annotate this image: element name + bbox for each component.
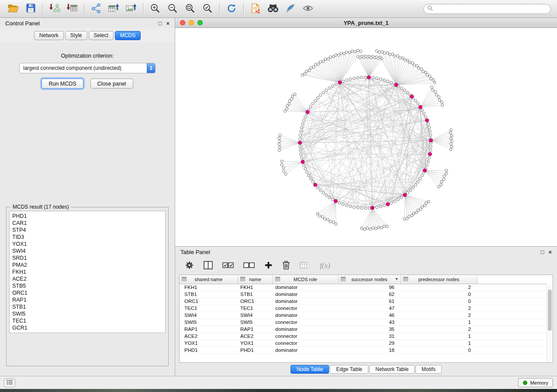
- network-view[interactable]: [175, 28, 557, 246]
- maximize-window-button[interactable]: [197, 20, 203, 25]
- cell-successor-nodes[interactable]: 18: [338, 347, 401, 354]
- float-table-panel-button[interactable]: □: [541, 249, 544, 255]
- cell-predecessor-nodes[interactable]: 0: [401, 291, 477, 298]
- cell-shared-name[interactable]: PHD1: [180, 347, 238, 354]
- cell-mcds-role[interactable]: dominator: [273, 312, 338, 319]
- cell-mcds-role[interactable]: connector: [273, 319, 338, 326]
- save-session-button[interactable]: [22, 2, 39, 16]
- cell-predecessor-nodes[interactable]: 0: [401, 298, 477, 305]
- close-panel-button[interactable]: ×: [166, 21, 170, 26]
- cell-name[interactable]: STB1: [238, 291, 273, 298]
- mcds-result-item[interactable]: TID3: [12, 234, 163, 241]
- mcds-result-item[interactable]: SRD1: [12, 254, 163, 261]
- mcds-result-item[interactable]: PHD1: [12, 213, 163, 220]
- cell-name[interactable]: YOX1: [238, 340, 273, 347]
- cell-mcds-role[interactable]: connector: [273, 305, 338, 312]
- cell-mcds-role[interactable]: dominator: [273, 291, 338, 298]
- cell-successor-nodes[interactable]: 46: [338, 312, 401, 319]
- cell-shared-name[interactable]: YOX1: [180, 340, 238, 347]
- hide-selected-button[interactable]: [282, 2, 299, 16]
- cell-successor-nodes[interactable]: 96: [338, 284, 401, 291]
- task-history-button[interactable]: [4, 378, 15, 387]
- mcds-result-item[interactable]: CAR1: [12, 220, 163, 227]
- tab-network-table[interactable]: Network Table: [369, 365, 415, 374]
- tab-style[interactable]: Style: [65, 31, 87, 40]
- mcds-result-item[interactable]: STP4: [12, 227, 163, 234]
- search-input[interactable]: [435, 6, 547, 12]
- table-row[interactable]: TEC1TEC1connector472: [180, 305, 553, 312]
- cell-shared-name[interactable]: RAP1: [180, 326, 238, 333]
- run-mcds-button[interactable]: Run MCDS: [42, 79, 83, 89]
- minimize-window-button[interactable]: [189, 20, 194, 25]
- cell-mcds-role[interactable]: dominator: [273, 326, 338, 333]
- close-panel-action-button[interactable]: Close panel: [90, 79, 133, 89]
- mcds-result-item[interactable]: STB5: [12, 282, 163, 289]
- cell-mcds-role[interactable]: dominator: [273, 284, 338, 291]
- column-header-predecessor-nodes[interactable]: predecessor nodes: [401, 275, 477, 284]
- show-columns-button[interactable]: [204, 261, 213, 271]
- criterion-dropdown[interactable]: largest connected component (undirected): [19, 63, 156, 73]
- float-panel-button[interactable]: □: [159, 21, 162, 26]
- cell-successor-nodes[interactable]: 62: [338, 291, 401, 298]
- add-column-button[interactable]: [264, 261, 273, 271]
- zoom-out-button[interactable]: [164, 2, 181, 16]
- cell-name[interactable]: FKH1: [238, 284, 273, 291]
- cell-mcds-role[interactable]: dominator: [273, 298, 338, 305]
- mcds-result-list[interactable]: PHD1CAR1STP4TID3YOX1SWI4SRD1PMA2FKH1ACE2…: [9, 211, 166, 333]
- cell-name[interactable]: ACE2: [238, 333, 273, 340]
- table-row[interactable]: PHD1PHD1dominator180: [180, 347, 553, 354]
- cell-shared-name[interactable]: SWI4: [180, 312, 238, 319]
- zoom-selected-button[interactable]: [199, 2, 216, 16]
- cell-predecessor-nodes[interactable]: 2: [401, 305, 477, 312]
- table-row[interactable]: ACE2ACE2connector311: [180, 333, 553, 340]
- table-row[interactable]: ORC1ORC1dominator610: [180, 298, 553, 305]
- cell-successor-nodes[interactable]: 47: [338, 305, 401, 312]
- table-row[interactable]: YOX1YOX1connector291: [180, 340, 553, 347]
- table-scrollbar[interactable]: [547, 284, 552, 362]
- cell-shared-name[interactable]: FKH1: [180, 284, 238, 291]
- cell-shared-name[interactable]: ORC1: [180, 298, 238, 305]
- cell-mcds-role[interactable]: dominator: [273, 347, 338, 354]
- mcds-result-item[interactable]: TEC1: [12, 317, 163, 324]
- cell-shared-name[interactable]: STB1: [180, 291, 238, 298]
- show-hidden-button[interactable]: [299, 2, 317, 16]
- cell-successor-nodes[interactable]: 43: [338, 319, 401, 326]
- cell-name[interactable]: RAP1: [238, 326, 273, 333]
- cell-shared-name[interactable]: ACE2: [180, 333, 238, 340]
- cell-successor-nodes[interactable]: 29: [338, 340, 401, 347]
- open-session-button[interactable]: [4, 2, 22, 16]
- new-network-button[interactable]: [87, 2, 105, 16]
- column-header-mcds-role[interactable]: MCDS role: [273, 275, 338, 284]
- table-row[interactable]: SWI4SWI4dominator462: [180, 312, 553, 319]
- cell-predecessor-nodes[interactable]: 0: [401, 347, 477, 354]
- tab-select[interactable]: Select: [89, 31, 114, 40]
- select-all-button[interactable]: [222, 261, 234, 271]
- cell-mcds-role[interactable]: connector: [273, 333, 338, 340]
- cell-predecessor-nodes[interactable]: 2: [401, 284, 477, 291]
- import-table-button[interactable]: [63, 2, 81, 16]
- mcds-result-item[interactable]: FKH1: [12, 268, 163, 275]
- cell-name[interactable]: SWI4: [238, 312, 273, 319]
- cell-name[interactable]: PHD1: [238, 347, 273, 354]
- mcds-result-item[interactable]: SWI4: [12, 248, 163, 254]
- cell-shared-name[interactable]: TEC1: [180, 305, 238, 312]
- table-row[interactable]: SWI5SWI5connector431: [180, 319, 553, 326]
- column-header-name[interactable]: name: [238, 275, 273, 284]
- table-scrollbar-thumb[interactable]: [548, 289, 552, 331]
- find-button[interactable]: [264, 2, 282, 16]
- cell-successor-nodes[interactable]: 35: [338, 326, 401, 333]
- cell-predecessor-nodes[interactable]: 1: [401, 340, 477, 347]
- tab-mcds[interactable]: MCDS: [115, 31, 141, 40]
- cell-mcds-role[interactable]: connector: [273, 340, 338, 347]
- network-graph[interactable]: [175, 28, 557, 246]
- mcds-result-item[interactable]: ACE2: [12, 275, 163, 282]
- mcds-result-item[interactable]: RAP1: [12, 296, 163, 303]
- table-settings-button[interactable]: [185, 261, 194, 271]
- mcds-result-item[interactable]: STB1: [12, 303, 163, 310]
- cell-predecessor-nodes[interactable]: 1: [401, 333, 477, 340]
- cell-successor-nodes[interactable]: 61: [338, 298, 401, 305]
- table-row[interactable]: FKH1FKH1dominator962: [180, 284, 553, 291]
- mcds-result-item[interactable]: ORC1: [12, 289, 163, 296]
- close-table-panel-button[interactable]: ×: [548, 249, 552, 255]
- table-row[interactable]: RAP1RAP1dominator352: [180, 326, 553, 333]
